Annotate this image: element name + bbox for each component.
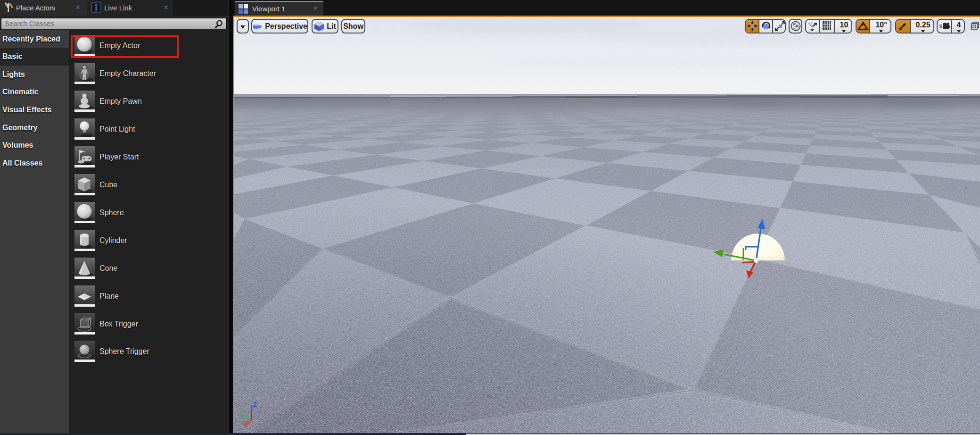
svg-text:X: X (244, 420, 248, 427)
svg-text:Z: Z (253, 401, 257, 408)
svg-text:Y: Y (239, 410, 243, 417)
